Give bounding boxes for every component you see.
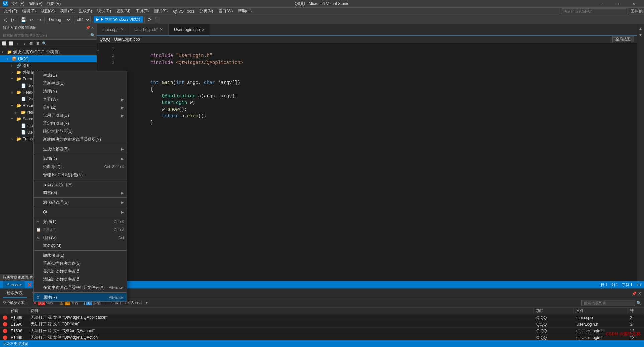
toolbar-save[interactable]: 💾 [20,16,27,23]
context-menu-item-26[interactable]: ⚙属性(R)Alt+Enter [34,293,127,301]
sidebar-pin-btn[interactable]: 📌 [86,26,90,30]
right-icon-1[interactable]: ▲ [638,25,644,31]
panel-pin-btn[interactable]: 📌 [632,291,637,296]
menu-project[interactable]: 项目(P) [57,8,76,15]
context-menu-item-10[interactable]: 添加(D)▶ [34,155,127,163]
col-header-desc[interactable]: 说明 [28,308,534,314]
config-dropdown[interactable]: Debug Release [46,16,71,23]
menu-window[interactable]: 窗口(W) [216,8,235,15]
error-row-1[interactable]: 🔴 E1696 无法打开 源 文件 "QDialog" QtQQ UserLog… [0,321,644,328]
context-menu-item-2[interactable]: 清理(N) [34,87,127,95]
col-header-project[interactable]: 项目 [534,308,574,314]
context-menu-item-15[interactable]: 源代码管理(S)▶ [34,198,127,206]
err-file-0: main.cpp [574,315,627,320]
tab-close-cpp[interactable]: ✕ [202,28,205,32]
context-menu-item-0[interactable]: 生成(U) [34,71,127,79]
toolbar-redo[interactable]: ↪ [36,16,43,23]
menu-test[interactable]: 测试(S) [151,8,170,15]
title-bar-left: VS 文件(F) 编辑(E) 视图(V) [3,1,62,7]
menu-file[interactable]: 文件(F) [1,8,20,15]
toolbar-extra1[interactable]: ⟳ [146,16,153,23]
menu-edit[interactable]: 编辑(E) [20,8,38,15]
code-editor[interactable]: ⊟ ⊟ 1 2 3 [97,43,637,281]
context-menu-item-25[interactable]: 在文件资源管理器中打开文件夹(X)Alt+Enter [34,283,127,292]
toolbar-forward[interactable]: ▷ [9,16,17,23]
tab-userlogin-h[interactable]: UserLogin.h* ✕ [129,24,169,35]
context-menu-item-20[interactable]: 重命名(M) [34,242,127,250]
context-menu-item-8[interactable]: 新建解决方案资源管理器视图(N) [34,135,127,143]
context-menu-item-5[interactable]: 仅用于项目(U)▶ [34,111,127,119]
sidebar-tb-btn5[interactable]: ⊞ [28,40,34,46]
tab-error-list[interactable]: 错误列表 [3,289,27,298]
sidebar-search-input[interactable] [1,33,90,38]
col-header-code[interactable]: 代码 [8,308,28,314]
sidebar-tb-btn7[interactable]: 🔍 [41,40,47,46]
sidebar-tb-btn3[interactable]: ↑ [15,40,21,46]
tree-icon-5: 📄 [21,83,26,88]
collapse-1[interactable]: ⊟ [97,46,104,52]
error-row-2[interactable]: 🔴 E1696 无法打开 源 文件 "QtCore/QVariant" QtQQ… [0,328,644,334]
minimize-btn[interactable]: ─ [594,0,609,7]
menu-debug[interactable]: 调试(D) [95,8,114,15]
toolbar-undo[interactable]: ↩ [28,16,35,23]
sidebar-tb-btn2[interactable]: ⬜ [8,40,14,46]
context-menu-item-11[interactable]: 类向导(Z)...Ctrl+Shift+X [34,163,127,171]
context-menu-item-12[interactable]: 管理 NuGet 程序包(N)... [34,171,127,179]
debug-play-btn[interactable]: ▶ ▶ 本地 Windows 调试器 [94,16,143,23]
col-header-file[interactable]: 文件 [574,308,627,314]
context-menu-item-6[interactable]: 重定向项目(R) [34,119,127,127]
col-header-line[interactable]: 行 [627,308,644,314]
error-search-input[interactable] [581,300,635,306]
context-menu-item-7[interactable]: 限定为此范围(S) [34,127,127,135]
tab-main-cpp[interactable]: main.cpp ✕ [97,24,129,35]
context-menu-item-24[interactable]: 清除浏览数据库错误 [34,275,127,283]
menu-tools[interactable]: 工具(T) [133,8,151,15]
error-row-3[interactable]: 🔴 E1696 无法打开 源 文件 "QtWidgets/QAction" Qt… [0,334,644,340]
app-menu-view[interactable]: 视图(V) [46,1,62,7]
toolbar-extra2[interactable]: ⬛ [154,16,162,23]
menu-build[interactable]: 生成(B) [76,8,95,15]
tree-item-2[interactable]: ▷🔗引用 [0,62,97,69]
app-menu-edit[interactable]: 编辑(E) [28,1,44,7]
build-filter-dropdown[interactable]: ▼ [145,301,148,305]
tab-close-h[interactable]: ✕ [160,27,163,32]
context-menu-item-14[interactable]: 调试(G)▶ [34,189,127,197]
platform-dropdown[interactable]: x64 x86 [74,16,91,23]
sidebar-tb-btn6[interactable]: ⊟ [35,40,41,46]
context-menu-item-19[interactable]: ✕移除(V)Del [34,234,127,242]
tab-close-main[interactable]: ✕ [121,27,124,32]
menu-view[interactable]: 视图(V) [38,8,57,15]
right-icon-2[interactable]: ▼ [638,32,644,38]
app-menu-file[interactable]: 文件(F) [10,1,26,7]
tree-item-0[interactable]: ▼📁解决方案'QtQQ'(1 个项目) [0,49,97,55]
context-menu-item-3[interactable]: 查看(W)▶ [34,95,127,103]
panel-close-btn[interactable]: ✕ [638,291,641,296]
sidebar-tb-btn4[interactable]: ↓ [21,40,27,46]
context-menu-item-21[interactable]: 卸载项目(L) [34,251,127,259]
menu-qt[interactable]: Qt VS Tools [170,8,197,14]
context-menu-item-16[interactable]: Qt▶ [34,208,127,216]
menu-help[interactable]: 帮助(H) [235,8,254,15]
sidebar-tb-btn1[interactable]: ⬜ [1,40,7,46]
menu-team[interactable]: 团队(M) [114,8,133,15]
close-btn[interactable]: ✕ [626,0,641,7]
error-table-header: 代码 说明 项目 文件 行 [0,308,644,314]
tree-item-1[interactable]: ▼📦QtQQ [0,55,97,62]
menu-analyze[interactable]: 分析(N) [197,8,216,15]
context-menu-item-13[interactable]: 设为启动项目(A) [34,181,127,189]
context-menu-item-4[interactable]: 分析(Z)▶ [34,103,127,111]
toolbar-back[interactable]: ◁ [1,16,9,23]
context-menu-item-22[interactable]: 重新扫描解决方案(S) [34,259,127,267]
context-menu-item-9[interactable]: 生成依赖项(B)▶ [34,145,127,153]
sidebar-close-btn[interactable]: ✕ [91,26,94,30]
context-menu-item-17[interactable]: ✂剪切(T)Ctrl+X [34,218,127,226]
tab-userlogin-cpp[interactable]: UserLogin.cpp ✕ [169,24,210,35]
context-menu-item-1[interactable]: 重新生成(E) [34,79,127,87]
context-menu-item-23[interactable]: 显示浏览数据库错误 [34,267,127,275]
quick-search-input[interactable] [561,8,628,14]
context-menu[interactable]: 生成(U)重新生成(E)清理(N)查看(W)▶分析(Z)▶仅用于项目(U)▶重定… [33,71,127,302]
scope-dropdown[interactable]: (全局范围) [612,36,634,42]
code-text[interactable]: #include "UserLogin.h" #include <QtWidge… [117,43,637,281]
error-row-0[interactable]: 🔴 E1696 无法打开 源 文件 "QtWidgets/QApplicatio… [0,314,644,321]
maximize-btn[interactable]: □ [610,0,625,7]
